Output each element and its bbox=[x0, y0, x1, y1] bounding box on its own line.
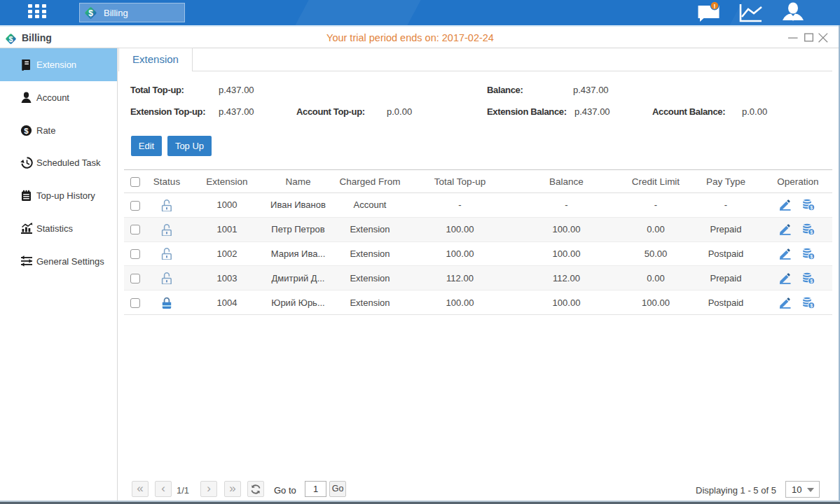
svg-text:$: $ bbox=[88, 8, 93, 18]
svg-text:!: ! bbox=[714, 3, 716, 10]
svg-text:$: $ bbox=[24, 126, 29, 134]
